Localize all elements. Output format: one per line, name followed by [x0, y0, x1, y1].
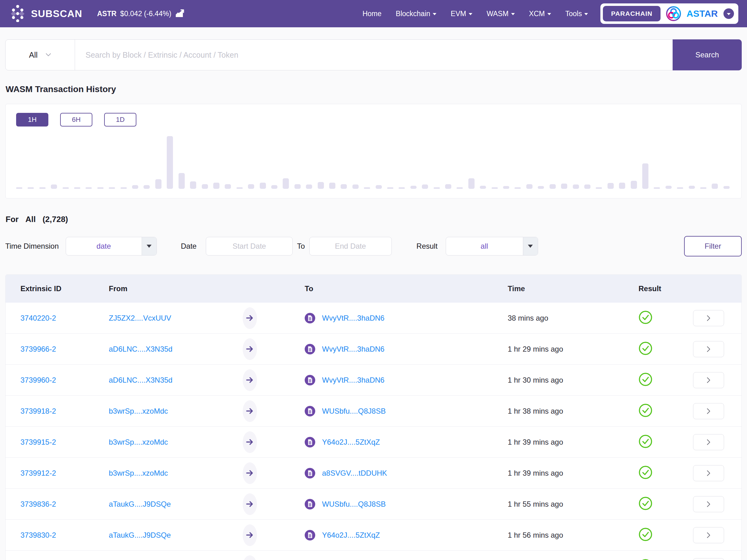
time-ago-text: 1 hr 55 mins ago	[501, 500, 634, 509]
chart-bar	[167, 136, 173, 189]
range-button-1d[interactable]: 1D	[104, 113, 136, 127]
network-selector: PARACHAIN ASTAR	[600, 3, 738, 24]
chart-bar	[97, 187, 104, 189]
extrinsic-id-link[interactable]: 3739915-2	[21, 438, 56, 446]
to-address-link[interactable]: WUSbfu....Q8J8SB	[322, 500, 386, 509]
chart-bar	[213, 183, 220, 189]
chart-bar	[642, 163, 648, 189]
extrinsic-id-link[interactable]: 3739966-2	[21, 345, 56, 353]
arrow-right-icon	[243, 369, 257, 391]
transaction-row: 3739918-2b3wrSp....xzoMdcWUSbfu....Q8J8S…	[6, 396, 741, 427]
chart-bar	[457, 187, 463, 189]
subscan-logo[interactable]: SUBSCAN	[9, 4, 82, 23]
chart-bar	[306, 184, 312, 189]
chart-bar	[364, 187, 370, 189]
chart-bar	[608, 183, 614, 189]
extrinsic-id-link[interactable]: 3740220-2	[21, 314, 56, 322]
to-address-link[interactable]: WvyVtR....3haDN6	[322, 345, 384, 354]
from-address-link[interactable]: aD6LNC....X3N35d	[109, 345, 172, 354]
network-dropdown-button[interactable]	[723, 8, 734, 19]
from-address-link[interactable]: b3wrSp....xzoMdc	[109, 469, 168, 478]
from-address-link[interactable]: ZJ5ZX2....VcxUUV	[109, 314, 171, 323]
success-check-icon	[639, 403, 652, 417]
row-detail-button[interactable]	[693, 310, 724, 326]
token-symbol: ASTR	[97, 9, 117, 18]
chart-bar	[677, 187, 683, 189]
arrow-right-icon	[243, 493, 257, 515]
to-address-link[interactable]: WvyVtR....3haDN6	[322, 314, 384, 323]
from-address-link[interactable]: b3wrSp....xzoMdc	[109, 438, 168, 447]
chart-bar	[248, 184, 254, 189]
table-body: 3740220-2ZJ5ZX2....VcxUUVWvyVtR....3haDN…	[6, 303, 741, 560]
token-price[interactable]: ASTR $0.042 (-6.44%)	[97, 8, 185, 19]
row-detail-button[interactable]	[693, 496, 724, 512]
row-detail-button[interactable]	[693, 372, 724, 388]
row-detail-button[interactable]	[693, 434, 724, 450]
chart-bar	[62, 187, 69, 189]
transaction-row: 3739912-2b3wrSp....xzoMdca8SVGV....tDDUH…	[6, 458, 741, 489]
time-ago-text: 1 hr 56 mins ago	[501, 531, 634, 539]
extrinsic-id-link[interactable]: 3739960-2	[21, 376, 56, 384]
to-address-link[interactable]: Y64o2J....5ZtXqZ	[322, 531, 380, 539]
filter-button[interactable]: Filter	[684, 236, 742, 256]
to-address-link[interactable]: WvyVtR....3haDN6	[322, 376, 384, 384]
chart-bar	[526, 184, 533, 189]
extrinsic-id-link[interactable]: 3739918-2	[21, 407, 56, 415]
nav-item-home[interactable]: Home	[362, 9, 381, 18]
time-range-buttons: 1H6H1D	[16, 113, 730, 127]
chart-bar	[283, 178, 289, 189]
row-detail-button[interactable]	[693, 403, 724, 419]
filter-bar: Time Dimension date Date To Result all F…	[5, 236, 742, 256]
search-button[interactable]: Search	[673, 40, 742, 70]
transaction-row	[6, 551, 741, 560]
from-address-link[interactable]: aD6LNC....X3N35d	[109, 376, 172, 384]
subscan-logo-icon	[9, 4, 27, 23]
from-address-link[interactable]: aTaukG....J9DSQe	[109, 531, 171, 539]
from-address-link[interactable]: b3wrSp....xzoMdc	[109, 407, 168, 415]
nav-item-xcm[interactable]: XCM	[529, 9, 551, 18]
from-address-link[interactable]: aTaukG....J9DSQe	[109, 500, 171, 509]
extrinsic-id-link[interactable]: 3739830-2	[21, 531, 56, 539]
parachain-button[interactable]: PARACHAIN	[603, 6, 660, 21]
chart-bar	[121, 187, 127, 189]
extrinsic-id-link[interactable]: 3739836-2	[21, 500, 56, 508]
chart-bar	[515, 187, 521, 189]
result-select[interactable]: all	[446, 237, 538, 255]
nav-item-wasm[interactable]: WASM	[487, 9, 515, 18]
time-dimension-select[interactable]: date	[66, 237, 157, 255]
nav-menu: HomeBlockchainEVMWASMXCMTools	[362, 9, 588, 18]
to-address-link[interactable]: a8SVGV....tDDUHK	[322, 469, 387, 478]
to-address-link[interactable]: WUSbfu....Q8J8SB	[322, 407, 386, 415]
range-button-6h[interactable]: 6H	[60, 113, 93, 127]
to-address-link[interactable]: Y64o2J....5ZtXqZ	[322, 438, 380, 447]
nav-item-blockchain[interactable]: Blockchain	[396, 9, 436, 18]
chart-bar	[40, 187, 46, 189]
chart-bar	[492, 187, 498, 189]
caret-down-icon	[433, 13, 436, 15]
contract-icon	[305, 530, 315, 540]
row-detail-button[interactable]	[693, 341, 724, 357]
chart-bar	[202, 184, 208, 189]
nav-item-tools[interactable]: Tools	[565, 9, 588, 18]
row-detail-button[interactable]	[693, 527, 724, 543]
chart-bar	[387, 187, 393, 189]
start-date-input[interactable]	[206, 237, 292, 255]
chart-bar	[654, 187, 660, 189]
chevron-down-icon	[727, 13, 730, 15]
end-date-input[interactable]	[309, 237, 392, 255]
chart-bar	[631, 181, 637, 189]
nav-item-evm[interactable]: EVM	[451, 9, 472, 18]
range-button-1h[interactable]: 1H	[16, 113, 48, 127]
transaction-history-chart-card: 1H6H1D	[5, 104, 742, 199]
contract-icon	[305, 344, 315, 354]
row-detail-button[interactable]	[693, 558, 724, 560]
search-bar: All Search	[5, 40, 742, 70]
search-input[interactable]	[75, 40, 673, 70]
extrinsic-id-link[interactable]: 3739912-2	[21, 469, 56, 477]
nav-item-label: WASM	[487, 9, 509, 18]
search-scope-select[interactable]: All	[6, 40, 75, 70]
success-check-icon	[639, 497, 652, 510]
arrow-right-icon	[243, 524, 257, 546]
chart-bar	[723, 186, 730, 189]
row-detail-button[interactable]	[693, 465, 724, 481]
